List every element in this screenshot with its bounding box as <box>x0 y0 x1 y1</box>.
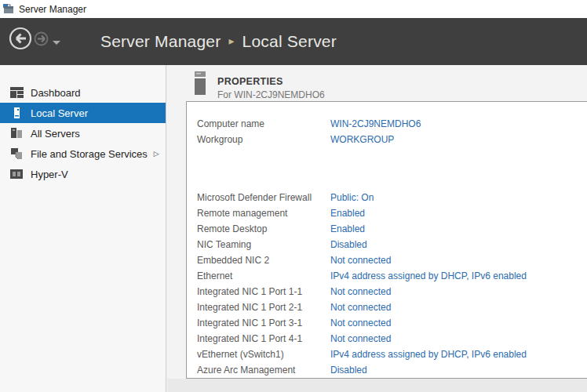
properties-rows-gap <box>197 147 587 190</box>
property-label: Integrated NIC 1 Port 1-1 <box>197 286 330 297</box>
property-label: Azure Arc Management <box>197 365 330 376</box>
property-row: Integrated NIC 1 Port 3-1 Not connected <box>197 315 587 331</box>
server-manager-window: Server Manager Server Manager ▸ Local Se… <box>0 0 587 392</box>
property-value-link[interactable]: Not connected <box>330 302 391 313</box>
sidebar-item-label: All Servers <box>31 128 80 140</box>
dashboard-icon <box>10 87 24 98</box>
server-tower-icon <box>194 70 206 95</box>
body-area: Dashboard Local Server All Servers <box>0 65 587 392</box>
properties-subtitle: For WIN-2CJ9NEMDHO6 <box>217 89 325 100</box>
property-row: Integrated NIC 1 Port 4-1 Not connected <box>197 331 587 347</box>
property-label: Integrated NIC 1 Port 3-1 <box>197 318 330 328</box>
sidebar-item-hyper-v[interactable]: Hyper-V <box>0 164 166 184</box>
server-manager-app-icon <box>3 4 14 14</box>
property-row: Remote management Enabled <box>197 205 587 221</box>
property-row: Integrated NIC 1 Port 1-1 Not connected <box>197 284 587 299</box>
local-server-content: PROPERTIES For WIN-2CJ9NEMDHO6 Computer … <box>167 65 587 392</box>
property-label: Ethernet <box>197 270 330 281</box>
property-value-link[interactable]: Public: On <box>330 192 374 203</box>
properties-panel: Computer name WIN-2CJ9NEMDHO6 Workgroup … <box>186 101 587 379</box>
properties-rows-main: Microsoft Defender Firewall Public: On R… <box>197 190 587 378</box>
property-value-link[interactable]: Disabled <box>330 239 367 250</box>
breadcrumb-root[interactable]: Server Manager <box>100 32 221 51</box>
property-label: Remote Desktop <box>197 223 330 234</box>
sidebar-item-label: Hyper-V <box>31 169 68 180</box>
property-label: Integrated NIC 1 Port 2-1 <box>197 302 330 313</box>
property-value-link[interactable]: IPv4 address assigned by DHCP, IPv6 enab… <box>330 349 527 360</box>
property-label: Remote management <box>197 208 330 219</box>
properties-rows-top: Computer name WIN-2CJ9NEMDHO6 Workgroup … <box>197 116 587 147</box>
property-row: Computer name WIN-2CJ9NEMDHO6 <box>197 116 587 132</box>
forward-button[interactable] <box>34 31 49 46</box>
back-button[interactable] <box>9 27 32 50</box>
property-value-link[interactable]: WIN-2CJ9NEMDHO6 <box>330 118 421 129</box>
property-value-link[interactable]: IPv4 address assigned by DHCP, IPv6 enab… <box>330 270 527 281</box>
server-icon <box>10 107 24 118</box>
property-value-link[interactable]: WORKGROUP <box>330 134 394 145</box>
property-row: Integrated NIC 1 Port 2-1 Not connected <box>197 299 587 315</box>
property-value-link[interactable]: Disabled <box>330 365 367 376</box>
property-row: Microsoft Defender Firewall Public: On <box>197 190 587 205</box>
sidebar: Dashboard Local Server All Servers <box>0 65 166 392</box>
property-label: Embedded NIC 2 <box>197 255 330 266</box>
property-row: Embedded NIC 2 Not connected <box>197 252 587 268</box>
property-value-link[interactable]: Not connected <box>330 286 391 297</box>
sidebar-item-all-servers[interactable]: All Servers <box>0 123 166 143</box>
property-row: Ethernet IPv4 address assigned by DHCP, … <box>197 268 587 284</box>
property-value-link[interactable]: Not connected <box>330 333 391 344</box>
property-label: Computer name <box>197 118 330 129</box>
properties-title: PROPERTIES <box>217 70 325 87</box>
property-row: Remote Desktop Enabled <box>197 221 587 237</box>
property-value-link[interactable]: Not connected <box>330 255 391 266</box>
property-row: Azure Arc Management Disabled <box>197 362 587 378</box>
sidebar-item-file-storage-services[interactable]: File and Storage Services ▷ <box>0 143 166 164</box>
expand-arrow-icon[interactable]: ▷ <box>154 150 159 158</box>
property-value-link[interactable]: Not connected <box>330 318 391 328</box>
window-title: Server Manager <box>19 4 86 15</box>
property-label: Integrated NIC 1 Port 4-1 <box>197 333 330 344</box>
breadcrumb-current[interactable]: Local Server <box>242 32 337 51</box>
property-label: NIC Teaming <box>197 239 330 250</box>
sidebar-item-dashboard[interactable]: Dashboard <box>0 82 166 103</box>
property-row: NIC Teaming Disabled <box>197 237 587 252</box>
file-storage-icon <box>10 148 24 159</box>
property-label: Workgroup <box>197 134 330 145</box>
breadcrumb-separator-icon: ▸ <box>228 34 234 47</box>
hyper-v-icon <box>10 169 24 180</box>
property-label: Microsoft Defender Firewall <box>197 192 330 203</box>
property-value-link[interactable]: Enabled <box>330 208 365 219</box>
property-row: vEthernet (vSwitch1) IPv4 address assign… <box>197 347 587 362</box>
servers-icon <box>10 128 24 139</box>
breadcrumb: Server Manager ▸ Local Server <box>100 18 337 65</box>
sidebar-item-local-server[interactable]: Local Server <box>0 103 166 123</box>
property-row: Workgroup WORKGROUP <box>197 132 587 147</box>
content-lower-background <box>167 379 587 392</box>
sidebar-item-label: Local Server <box>31 107 88 119</box>
navigation-bar: Server Manager ▸ Local Server <box>0 18 587 65</box>
property-label: vEthernet (vSwitch1) <box>197 349 330 360</box>
sidebar-item-label: File and Storage Services <box>31 148 148 160</box>
property-value-link[interactable]: Enabled <box>330 223 365 234</box>
sidebar-item-label: Dashboard <box>31 87 81 99</box>
navigation-dropdown-caret[interactable] <box>53 41 60 45</box>
properties-tile-header: PROPERTIES For WIN-2CJ9NEMDHO6 <box>194 70 325 100</box>
title-bar: Server Manager <box>0 0 587 18</box>
